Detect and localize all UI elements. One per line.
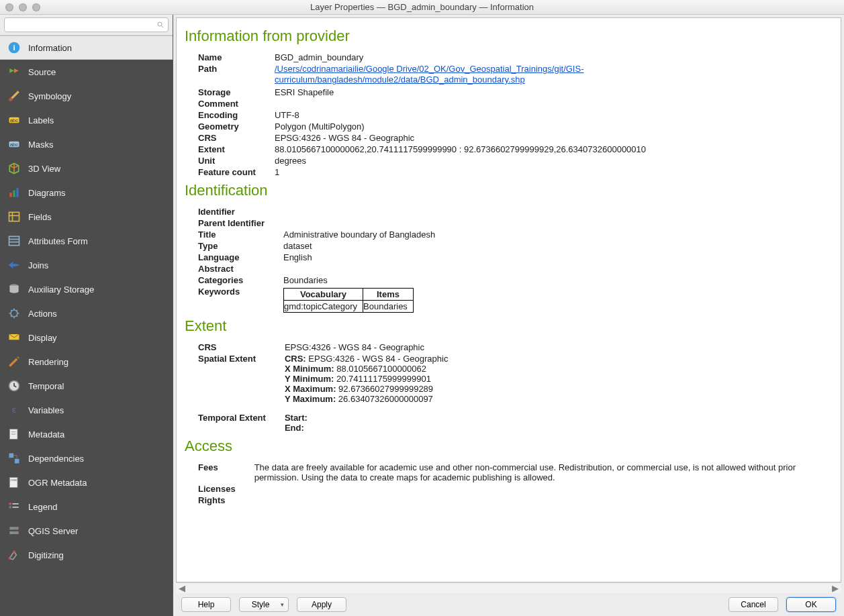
- apply-button[interactable]: Apply: [297, 597, 346, 612]
- help-button[interactable]: Help: [181, 597, 231, 612]
- access-table: FeesThe data are freely available for ac…: [198, 462, 833, 506]
- sp-crs-label: CRS:: [285, 354, 306, 364]
- sp-xmax-label: X Maximum:: [285, 384, 336, 394]
- sidebar-item-rendering[interactable]: Rendering: [0, 350, 173, 374]
- section-heading-extent: Extent: [185, 317, 833, 335]
- label-unit: Unit: [198, 155, 275, 166]
- sidebar-item-label: Information: [28, 43, 72, 53]
- scroll-right-icon[interactable]: ▶: [831, 584, 840, 593]
- sidebar-item-diagrams[interactable]: Diagrams: [0, 181, 173, 205]
- value-identifier: [283, 206, 440, 217]
- svg-text:abc: abc: [10, 142, 18, 148]
- sidebar-item-information[interactable]: iInformation: [0, 36, 173, 60]
- label-crs: CRS: [198, 132, 275, 144]
- sidebar-item-masks[interactable]: abcMasks: [0, 132, 173, 156]
- label-type: Type: [198, 240, 283, 252]
- sidebar-item-3d-view[interactable]: 3D View: [0, 156, 173, 181]
- dialog-footer: Help Style▾ Apply Cancel OK: [176, 593, 841, 616]
- label-licenses: Licenses: [198, 483, 254, 495]
- sidebar-item-legend[interactable]: Legend: [0, 495, 173, 519]
- sidebar-item-label: Symbology: [28, 91, 71, 101]
- sidebar-item-source[interactable]: Source: [0, 60, 173, 84]
- fields-icon: [7, 209, 21, 224]
- horizontal-scrollbar[interactable]: ◀ ▶: [176, 582, 841, 593]
- sidebar-item-dependencies[interactable]: Dependencies: [0, 446, 173, 470]
- sidebar-item-label: Actions: [28, 309, 57, 319]
- sidebar-item-variables[interactable]: εVariables: [0, 398, 173, 422]
- sidebar-item-label: Source: [28, 67, 56, 77]
- sidebar-item-digitizing[interactable]: Digitizing: [0, 543, 173, 567]
- svg-point-36: [11, 532, 12, 533]
- sidebar-item-display[interactable]: Display: [0, 325, 173, 350]
- sidebar-item-label: Digitizing: [28, 550, 64, 560]
- value-encoding: UTF-8: [275, 109, 833, 121]
- label-language: Language: [198, 252, 283, 263]
- sidebar-item-metadata[interactable]: Metadata: [0, 422, 173, 446]
- sp-xmax: 92.67366027999999289: [338, 384, 433, 394]
- value-geometry: Polygon (MultiPolygon): [275, 121, 833, 132]
- value-type: dataset: [283, 240, 440, 252]
- sidebar-item-qgis-server[interactable]: QGIS Server: [0, 519, 173, 543]
- svg-text:ε: ε: [12, 405, 16, 415]
- sidebar-search-input[interactable]: [4, 17, 169, 32]
- ogr-icon: OGR: [7, 475, 21, 490]
- sidebar-item-label: OGR Metadata: [28, 478, 87, 488]
- metadata-icon: [7, 427, 21, 442]
- label-ext-crs: CRS: [198, 342, 285, 353]
- labels-icon: abc: [7, 113, 21, 127]
- sidebar-item-label: Auxiliary Storage: [28, 285, 94, 295]
- section-heading-identification: Identification: [185, 182, 833, 199]
- label-storage: Storage: [198, 87, 275, 98]
- sidebar-item-actions[interactable]: Actions: [0, 301, 173, 325]
- actions-icon: [7, 306, 21, 321]
- svg-rect-30: [9, 506, 11, 508]
- keywords-table: VocabularyItems gmd:topicCategoryBoundar…: [283, 288, 414, 313]
- svg-point-37: [9, 557, 11, 559]
- svg-rect-26: [15, 459, 19, 464]
- value-comment: [275, 98, 833, 109]
- sidebar-item-fields[interactable]: Fields: [0, 205, 173, 229]
- sidebar-list: iInformationSourceSymbologyabcLabelsabcM…: [0, 36, 173, 616]
- sidebar-item-ogr-metadata[interactable]: OGROGR Metadata: [0, 470, 173, 495]
- svg-rect-25: [9, 454, 14, 458]
- label-identifier: Identifier: [198, 206, 283, 217]
- svg-text:i: i: [13, 43, 15, 52]
- sidebar-item-symbology[interactable]: Symbology: [0, 84, 173, 108]
- sidebar-item-label: 3D View: [28, 164, 60, 174]
- extent-table: CRSEPSG:4326 - WGS 84 - Geographic Spati…: [198, 342, 453, 433]
- scroll-track[interactable]: [187, 585, 831, 592]
- sidebar-item-temporal[interactable]: Temporal: [0, 374, 173, 398]
- auxstorage-icon: [7, 282, 21, 297]
- sidebar-item-label: Labels: [28, 115, 54, 125]
- svg-text:OGR: OGR: [10, 478, 16, 482]
- svg-rect-10: [13, 191, 15, 197]
- sidebar-item-labels[interactable]: abcLabels: [0, 108, 173, 132]
- label-geometry: Geometry: [198, 121, 275, 132]
- sidebar-item-label: Legend: [28, 502, 57, 512]
- sidebar-item-label: Metadata: [28, 429, 64, 440]
- value-fees: The data are freely available for academ…: [254, 462, 833, 483]
- sidebar-item-attributes-form[interactable]: Attributes Form: [0, 229, 173, 253]
- rendering-icon: [7, 354, 21, 369]
- sidebar-item-auxiliary-storage[interactable]: Auxiliary Storage: [0, 277, 173, 301]
- sidebar-item-joins[interactable]: Joins: [0, 253, 173, 277]
- value-crs: EPSG:4326 - WGS 84 - Geographic: [275, 132, 833, 144]
- sidebar-item-label: Diagrams: [28, 188, 66, 198]
- value-spatial-extent: CRS: EPSG:4326 - WGS 84 - Geographic X M…: [285, 353, 454, 405]
- value-title: Administrative boundary of Bangladesh: [283, 229, 440, 240]
- scroll-left-icon[interactable]: ◀: [177, 584, 187, 593]
- ok-button[interactable]: OK: [786, 597, 836, 612]
- window-titlebar: Layer Properties — BGD_admin_boundary — …: [0, 0, 844, 15]
- label-name: Name: [198, 52, 275, 63]
- cancel-button[interactable]: Cancel: [729, 597, 778, 612]
- display-icon: [7, 330, 21, 345]
- section-heading-access: Access: [185, 438, 833, 455]
- svg-rect-11: [16, 188, 18, 197]
- keywords-cell: VocabularyItems gmd:topicCategoryBoundar…: [283, 286, 440, 313]
- sidebar-item-label: Variables: [28, 405, 64, 415]
- content-scroll[interactable]: Information from provider NameBGD_admin_…: [176, 17, 841, 582]
- value-path-link[interactable]: /Users/codrinamariailie/Google Drive/02_…: [275, 64, 584, 85]
- value-licenses: [254, 483, 833, 495]
- style-menu-button[interactable]: Style▾: [239, 597, 289, 612]
- value-language: English: [283, 252, 440, 263]
